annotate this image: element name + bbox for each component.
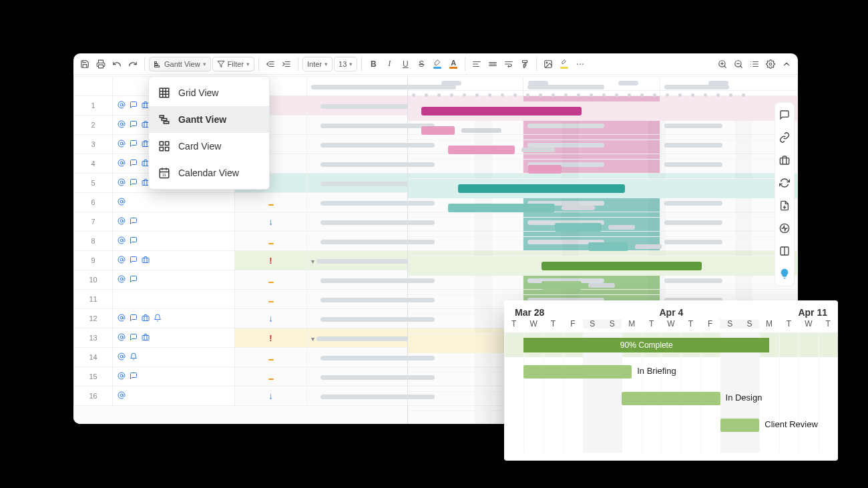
gantt-bar-label: In Briefing (637, 366, 676, 376)
align-left-icon[interactable] (469, 57, 484, 71)
gantt-bar[interactable] (635, 244, 662, 249)
svg-rect-1 (155, 61, 157, 63)
weekday-label: T (544, 319, 563, 328)
settings-icon[interactable] (763, 57, 778, 71)
gantt-bar[interactable] (588, 242, 628, 251)
at-icon (117, 158, 126, 168)
gantt-bar[interactable] (588, 283, 615, 288)
brief-icon (141, 255, 150, 264)
indent-icon[interactable] (279, 57, 294, 71)
zoom-in-icon[interactable] (715, 57, 730, 71)
collapse-toolbar-icon[interactable] (779, 57, 794, 71)
gantt-bar[interactable] (541, 262, 702, 270)
font-name-select[interactable]: Inter▾ (302, 57, 333, 71)
refresh-icon[interactable] (778, 176, 791, 190)
align-middle-icon[interactable] (485, 57, 500, 71)
gantt-bar[interactable] (720, 419, 760, 432)
text-color-icon[interactable]: A (446, 57, 461, 71)
row-number: 13 (74, 328, 113, 348)
detail-month: Apr 4 (659, 307, 683, 318)
gantt-bar-label: In Design (726, 393, 763, 403)
weekday-label: W (799, 319, 818, 328)
highlight-icon[interactable] (557, 57, 572, 71)
at-icon (117, 178, 126, 187)
strikethrough-icon[interactable]: S (414, 57, 429, 71)
row-number: 6 (74, 193, 113, 212)
weekday-label: M (759, 319, 779, 328)
row-number: 9 (74, 251, 113, 270)
gantt-bar[interactable] (448, 146, 515, 154)
activity-icon[interactable] (778, 222, 791, 235)
view-option-card[interactable]: Card View (149, 133, 269, 160)
row-number: 16 (74, 387, 113, 406)
chat-icon (129, 274, 138, 284)
view-selector[interactable]: Gantt View ▾ (149, 57, 211, 71)
chat-icon (129, 313, 138, 322)
row-number: 15 (74, 367, 113, 387)
gantt-bar[interactable] (458, 184, 625, 193)
gantt-bar[interactable] (608, 225, 635, 230)
gantt-bar[interactable] (461, 128, 501, 133)
format-paint-icon[interactable] (517, 57, 532, 71)
summary-icon[interactable] (778, 244, 791, 258)
zoom-out-icon[interactable] (731, 57, 746, 71)
gantt-bar[interactable] (521, 148, 555, 152)
font-size-select[interactable]: 13▾ (334, 57, 357, 71)
gantt-bar[interactable] (528, 165, 562, 174)
filter-button[interactable]: Filter ▾ (212, 57, 254, 71)
gantt-parent-bar[interactable]: 90% Complete (523, 338, 769, 352)
gantt-bar[interactable] (448, 204, 555, 212)
redo-icon[interactable] (126, 57, 140, 71)
wrap-text-icon[interactable] (501, 57, 516, 71)
gantt-timeline-header (408, 76, 798, 91)
gantt-bar[interactable] (555, 223, 602, 232)
print-icon[interactable] (93, 57, 108, 71)
weekday-label: S (583, 319, 602, 328)
bold-icon[interactable]: B (366, 57, 381, 71)
at-icon (117, 352, 126, 361)
outdent-icon[interactable] (263, 57, 278, 71)
view-option-calendar[interactable]: 31 Calendar View (149, 160, 269, 186)
undo-icon[interactable] (110, 57, 124, 71)
view-option-label: Calendar View (178, 168, 239, 178)
attachments-icon[interactable] (778, 131, 791, 144)
svg-point-20 (577, 63, 578, 65)
chat-icon (129, 255, 138, 264)
view-option-gantt[interactable]: Gantt View (149, 106, 269, 133)
weekday-label: W (661, 319, 680, 328)
italic-icon[interactable]: I (382, 57, 397, 71)
gantt-bar[interactable] (421, 126, 455, 135)
gantt-bar[interactable] (523, 365, 632, 379)
brief-icon (141, 332, 150, 342)
row-number: 10 (74, 270, 113, 290)
at-icon (117, 100, 126, 109)
list-icon[interactable] (747, 57, 762, 71)
svg-rect-79 (166, 148, 169, 151)
gantt-bar[interactable] (541, 281, 582, 290)
insert-image-icon[interactable] (541, 57, 556, 71)
save-icon[interactable] (77, 57, 92, 71)
weekday-label: F (700, 319, 720, 328)
svg-point-52 (120, 278, 123, 280)
svg-point-58 (120, 375, 123, 377)
fill-color-icon[interactable] (430, 57, 445, 71)
svg-rect-3 (155, 65, 160, 67)
svg-rect-76 (160, 142, 163, 145)
underline-icon[interactable]: U (398, 57, 413, 71)
gantt-bar[interactable] (421, 107, 582, 115)
weekday-label: M (622, 319, 641, 328)
tips-icon[interactable] (778, 267, 791, 280)
svg-point-36 (769, 63, 772, 65)
svg-point-47 (120, 200, 123, 203)
gantt-bar[interactable] (562, 206, 595, 210)
more-icon[interactable] (573, 57, 588, 71)
brief-icon (141, 313, 150, 322)
briefcase-icon[interactable] (778, 154, 791, 167)
svg-rect-77 (166, 142, 169, 145)
gantt-bar[interactable] (622, 392, 720, 405)
view-option-grid[interactable]: Grid View (149, 79, 269, 106)
comments-icon[interactable] (778, 108, 791, 121)
svg-rect-74 (162, 119, 167, 121)
export-icon[interactable] (778, 199, 791, 212)
weekday-label: S (720, 319, 739, 328)
